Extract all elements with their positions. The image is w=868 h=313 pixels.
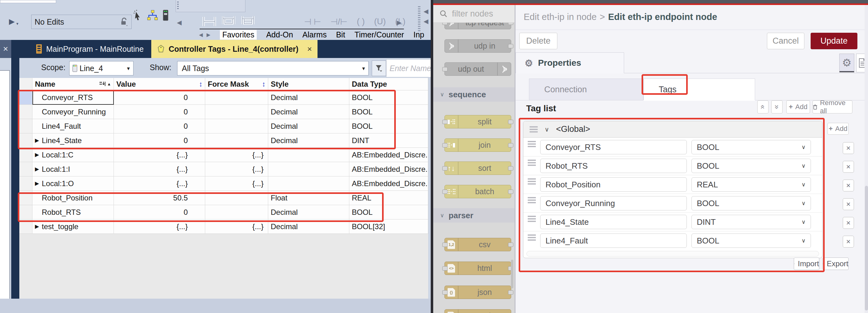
cell-data-type[interactable]: BOOL [349, 90, 428, 105]
group-add-tag-button[interactable]: +Add [828, 123, 849, 135]
cell-value[interactable]: 0 [114, 105, 205, 119]
filter-button[interactable] [372, 61, 386, 76]
delete-tag-button[interactable]: × [843, 180, 854, 191]
table-row[interactable]: Robot_Position 50.5 Float REAL [19, 191, 428, 205]
palette-node-html[interactable]: <> html [444, 261, 511, 275]
table-row[interactable]: Conveyor_Running 0 Decimal BOOL [19, 105, 428, 119]
cell-data-type[interactable]: AB:Embedded_Discre... [349, 177, 428, 191]
tag-name-input[interactable]: Line4_State [540, 215, 687, 229]
header-style[interactable]: Style [268, 78, 349, 90]
palette-node-split[interactable]: split [444, 115, 511, 128]
tag-name-input[interactable]: Line4_Fault [540, 233, 687, 248]
cell-force-mask[interactable] [205, 119, 268, 133]
toolbar-drag-handle-right[interactable] [418, 6, 421, 31]
cell-value[interactable]: 0 [114, 90, 205, 105]
instruction-scroll-left-icon[interactable]: ◀ [177, 19, 182, 26]
row-selector[interactable] [19, 191, 32, 205]
palette-node-xml[interactable]: <> xml [444, 309, 511, 313]
cell-style[interactable] [268, 148, 349, 162]
move-up-button[interactable]: « [757, 100, 769, 114]
cell-style[interactable]: Decimal [268, 205, 349, 219]
palette-node-tcp-request[interactable]: tcp request [444, 23, 511, 29]
cell-force-mask[interactable]: {...} [205, 177, 268, 191]
instruction-tab-timercounter[interactable]: Timer/Counter [354, 30, 404, 39]
cell-force-mask[interactable] [205, 191, 268, 205]
row-selector[interactable] [19, 177, 32, 191]
delete-tag-button[interactable]: × [843, 217, 854, 229]
delete-button[interactable]: Delete [519, 33, 557, 49]
cell-name[interactable]: ▶test_toggle [32, 219, 114, 234]
rung-tool-icons[interactable] [201, 15, 256, 28]
table-row[interactable]: Robot_RTS 0 Decimal BOOL [19, 205, 428, 219]
cell-value[interactable]: {...} [114, 177, 205, 191]
cell-style[interactable]: Decimal [268, 219, 349, 234]
cell-name[interactable]: Robot_RTS [32, 205, 114, 219]
move-down-button[interactable]: » [771, 100, 782, 114]
instruction-scroll-right-icon[interactable]: ▶ [397, 19, 401, 26]
cell-force-mask[interactable]: {...} [205, 162, 268, 177]
cell-value[interactable]: 50.5 [114, 191, 205, 205]
tag-type-select[interactable]: BOOL∨ [691, 233, 811, 248]
tag-name-input[interactable]: Conveyor_RTS [540, 140, 687, 154]
row-selector[interactable] [19, 205, 32, 219]
cell-value[interactable]: 0 [114, 205, 205, 219]
cell-force-mask[interactable] [205, 205, 268, 219]
scope-select[interactable]: Line_4 ▼ [69, 61, 133, 75]
tag-type-select[interactable]: BOOL∨ [691, 196, 811, 211]
network-browse-icon[interactable] [147, 9, 158, 23]
cell-name[interactable]: Conveyor_Running [32, 105, 114, 119]
drag-handle-icon[interactable] [528, 234, 536, 236]
tab-scroll-left-icon[interactable]: ◀ [199, 32, 203, 38]
delete-tag-button[interactable]: × [843, 161, 854, 173]
cell-data-type[interactable]: REAL [349, 191, 428, 205]
row-selector[interactable] [19, 219, 32, 234]
cell-value[interactable]: {...} [114, 162, 205, 177]
edits-menu-button[interactable]: ▶▼ [4, 14, 24, 29]
table-row[interactable]: ▶Line4_State 0 Decimal DINT [19, 133, 428, 148]
palette-search[interactable]: filter nodes [433, 5, 515, 23]
update-button[interactable]: Update [811, 33, 858, 49]
table-row[interactable]: ▶Local:1:I {...} {...} AB:Embedded_Discr… [19, 162, 428, 177]
tag-name-input[interactable]: Robot_Position [540, 177, 687, 192]
tag-type-select[interactable]: BOOL∨ [691, 140, 811, 154]
cell-data-type[interactable]: AB:Embedded_Discre... [349, 148, 428, 162]
delete-tag-button[interactable]: × [843, 236, 854, 248]
cell-name[interactable]: ▶Local:1:I [32, 162, 114, 177]
header-data-type[interactable]: Data Type [349, 78, 428, 90]
edit-status-field[interactable]: No Edits [31, 14, 132, 29]
tab-connection[interactable]: Connection [529, 79, 644, 100]
add-tag-button[interactable]: +Add [786, 100, 810, 114]
tab-mainprogram[interactable]: MainProgram - MainRoutine [29, 40, 150, 58]
tab-properties[interactable]: ⚙ Properties [516, 52, 624, 73]
cell-name[interactable]: ▶Line4_State [32, 133, 114, 148]
palette-node-join[interactable]: join [444, 138, 511, 152]
cell-data-type[interactable]: BOOL [349, 105, 428, 119]
drag-handle-icon[interactable] [528, 197, 536, 198]
instruction-tab-bit[interactable]: Bit [336, 30, 345, 39]
tag-type-select[interactable]: REAL∨ [691, 177, 811, 192]
chevron-down-icon[interactable]: ∨ [545, 126, 549, 133]
import-button[interactable]: Import [794, 257, 819, 270]
close-pane-button[interactable]: × [0, 40, 11, 58]
edit-properties-icon-button[interactable]: ⚙ [839, 54, 854, 72]
cell-force-mask[interactable] [205, 105, 268, 119]
tag-name-input[interactable]: Robot_RTS [540, 159, 687, 173]
expand-icon[interactable]: ▶ [35, 137, 42, 144]
tag-name-input[interactable]: Conveyor_Running [540, 196, 687, 211]
tag-group-header[interactable]: ∨ <Global> [523, 121, 822, 137]
header-corner[interactable] [19, 78, 32, 90]
cancel-button[interactable]: Cancel [767, 33, 804, 49]
palette-node-sort[interactable]: ↑↓ sort [444, 161, 511, 175]
palette-node-batch[interactable]: batch [444, 185, 511, 198]
palette-node-json[interactable]: {} json [444, 286, 511, 299]
cell-style[interactable]: Decimal [268, 133, 349, 148]
delete-tag-button[interactable]: × [843, 198, 854, 210]
delete-tag-button[interactable]: × [843, 142, 854, 154]
table-row[interactable]: ▶Local:1:O {...} {...} AB:Embedded_Discr… [19, 177, 428, 191]
tab-controller-tags[interactable]: Controller Tags - Line_4(controller) × [151, 40, 317, 58]
show-select[interactable]: All Tags ▼ [177, 61, 369, 75]
cell-style[interactable]: Float [268, 191, 349, 205]
cell-value[interactable]: {...} [114, 148, 205, 162]
drag-handle-icon[interactable] [530, 126, 538, 127]
row-selector[interactable] [19, 148, 32, 162]
